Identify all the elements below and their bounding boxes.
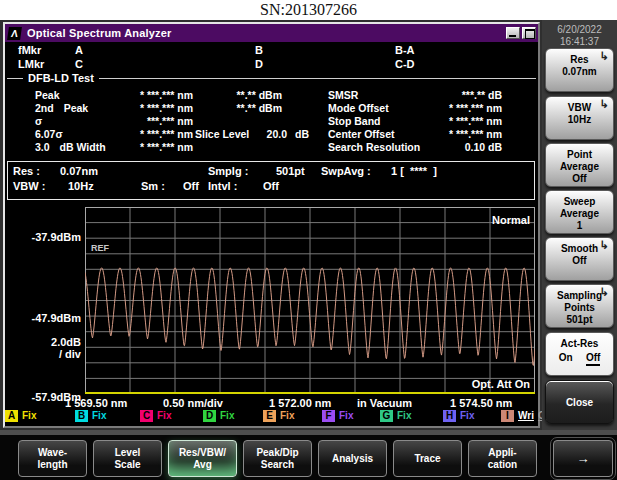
screen: SN:201307266 Λ Optical Spectrum Analyzer… [0,0,617,480]
stop-band-value: * ***.*** nm [420,115,502,127]
vbw-label: VBW : [13,180,45,192]
actres-on-option[interactable]: On [559,352,573,366]
softkey-panel: 6/20/2022 16:41:37 Res0.07nm↳VBW10Hz↳Poi… [542,20,617,437]
search-resolution-label: Search Resolution [328,141,420,153]
x-axis-per-div: 0.50 nm/div [163,397,223,409]
softkey-close[interactable]: Close [545,380,614,424]
trace-state-label: Fix [339,410,353,421]
center-offset-value: * ***.*** nm [420,128,502,140]
fkey-line: Search [244,459,311,471]
submenu-arrow-icon: ↳ [600,286,609,298]
search-resolution-value: 0.10 dB [420,141,502,153]
lmkr-d: D [255,58,263,70]
softkey-act-res[interactable]: Act-ResOnOff [545,332,614,376]
trace-g-indicator[interactable]: GFix [380,409,411,422]
fkey-line: Analysis [319,453,386,465]
sigma-value: ***.*** nm [105,115,193,127]
trace-c-indicator[interactable]: CFix [140,409,171,422]
softkey-vbw[interactable]: VBW10Hz↳ [545,96,614,140]
maximize-button[interactable] [522,27,536,39]
trace-d-indicator[interactable]: DFix [203,409,234,422]
trace-letter-badge: I [501,410,514,422]
db-width-value: * ***.*** nm [105,141,193,153]
fkey-wave-length[interactable]: Wave-length [18,440,87,477]
actres-off-option[interactable]: Off [586,352,600,366]
y-axis-ref-level: -37.9dBm [23,231,81,243]
trace-letter-badge: E [263,410,276,422]
trace-state-label: Wri [518,410,534,421]
trace-letter-badge: H [443,410,456,422]
fkey-line: Peak/Dip [244,447,311,459]
fmkr-label: fMkr [18,44,41,56]
fkey-res-vbw-avg[interactable]: Res/VBW/Avg [168,440,237,477]
trace-e-indicator[interactable]: EFix [263,409,294,422]
trace-legend: AFixBFixCFixDFixEFixFFixGFixHFixIWriOff [5,409,538,423]
interval-value: Off [263,180,279,192]
dfb-row-db-width: 3.0dB Width * ***.*** nm Search Resoluti… [5,141,538,154]
actres-on-off: OnOff [546,352,613,366]
softkey-sampling[interactable]: SamplingPoints501pt↳ [545,284,614,328]
fkey-more[interactable]: → [553,440,613,477]
osa-window: Λ Optical Spectrum Analyzer fMkr A B B-A… [3,22,540,428]
softkey-line: Point [546,149,613,161]
smsr-value: ***.** dB [420,89,502,101]
slice-level-value: 20.0 [255,128,287,140]
panel-edge [0,430,617,435]
trace-letter-badge: C [140,410,153,422]
softkey-point[interactable]: PointAverageOff [545,143,614,187]
trace-letter-badge: F [322,410,335,422]
sweep-status-box: Res : 0.07nm Smplg : 501pt SwpAvg : 1 [ … [7,161,535,200]
trace-f-indicator[interactable]: FFix [322,409,353,422]
actres-title: Act-Res [546,338,613,350]
fkey-line: Res/VBW/ [169,447,236,459]
optical-attenuator-status: Opt. Att On [405,378,530,390]
smsr-label: SMSR [328,89,358,101]
6sigma-value: * ***.*** nm [105,128,193,140]
softkey-sweep[interactable]: SweepAverage1 [545,190,614,234]
mode-offset-label: Mode Offset [328,102,389,114]
dfb-row-sigma: σ ***.*** nm Stop Band * ***.*** nm [5,115,538,128]
trace-h-indicator[interactable]: HFix [443,409,474,422]
sweep-average-value: 1 [ **** ] [391,165,437,177]
divider [99,78,536,79]
trace-letter-badge: D [203,410,216,422]
trace-state-label: Fix [220,410,234,421]
fkey-appli-cation[interactable]: Appli-cation [468,440,537,477]
submenu-arrow-icon: ↳ [600,239,609,251]
fkey-trace[interactable]: Trace [393,440,462,477]
window-title: Optical Spectrum Analyzer [27,27,172,39]
fkey-peak-dipsearch[interactable]: Peak/DipSearch [243,440,312,477]
sampling-label: Smplg : [208,165,248,177]
trace-b-indicator[interactable]: BFix [75,409,106,422]
stop-band-label: Stop Band [328,115,381,127]
window-buttons [506,27,536,39]
instrument-display: Λ Optical Spectrum Analyzer fMkr A B B-A… [0,20,617,480]
trace-state-label: Fix [22,410,36,421]
time-text: 16:41:37 [542,36,617,48]
datetime-display: 6/20/2022 16:41:37 [542,24,617,48]
softkey-smooth[interactable]: SmoothOff↳ [545,237,614,281]
fkey-line: Wave- [19,447,86,459]
trace-a-indicator[interactable]: AFix [5,409,36,422]
window-content: fMkr A B B-A LMkr C D C-D DFB-LD Test [5,42,538,426]
peak-level: **.** dBm [210,89,282,101]
2nd-peak-wavelength: * ***.*** nm [105,102,193,114]
fkey-analysis[interactable]: Analysis [318,440,387,477]
trace-letter-badge: A [5,410,18,422]
fkey-line: length [19,459,86,471]
y-axis-scale: 2.0dB [23,336,81,348]
status-row-1: Res : 0.07nm Smplg : 501pt SwpAvg : 1 [ … [8,165,534,179]
softkey-res[interactable]: Res0.07nm↳ [545,48,614,92]
x-axis-stop: 1 574.50 nm [450,397,512,409]
smooth-value: Off [183,180,199,192]
smooth-label: Sm : [141,180,165,192]
right-arrow-icon: → [554,453,612,465]
minimize-button[interactable] [506,27,520,39]
softkey-line: 1 [546,220,613,232]
trace-letter-badge: B [75,410,88,422]
peak-wavelength: * ***.*** nm [105,89,193,101]
trace-state-label: Fix [460,410,474,421]
fkey-levelscale[interactable]: LevelScale [93,440,162,477]
trace-state-label: Fix [157,410,171,421]
softkey-line: Average [546,208,613,220]
